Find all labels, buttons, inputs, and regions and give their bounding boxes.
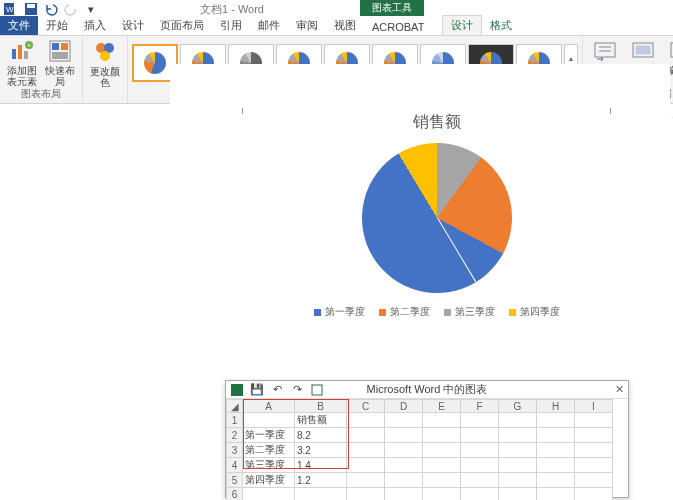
cell-a4[interactable]: 第三季度 <box>243 458 295 473</box>
tab-references[interactable]: 引用 <box>212 16 250 35</box>
svg-rect-16 <box>595 43 615 57</box>
group-change-colors: 更改颜色 <box>83 36 128 103</box>
svg-rect-6 <box>24 51 28 59</box>
row-header-6[interactable]: 6 <box>227 488 243 501</box>
row-header-3[interactable]: 3 <box>227 443 243 458</box>
datasheet-titlebar: 💾 ↶ ↷ Microsoft Word 中的图表 ✕ <box>226 381 628 399</box>
close-icon[interactable]: ✕ <box>615 383 624 396</box>
svg-rect-11 <box>61 43 68 50</box>
svg-text:W: W <box>6 5 14 14</box>
group-layout-label: 图表布局 <box>21 87 61 101</box>
legend-item-1[interactable]: 第一季度 <box>314 305 365 319</box>
svg-rect-21 <box>312 385 322 395</box>
svg-point-15 <box>100 51 110 61</box>
legend-item-3[interactable]: 第三季度 <box>444 305 495 319</box>
cell-b2[interactable]: 8.2 <box>295 428 347 443</box>
ds-redo-icon[interactable]: ↷ <box>288 382 306 398</box>
cell-a5[interactable]: 第四季度 <box>243 473 295 488</box>
tab-home[interactable]: 开始 <box>38 16 76 35</box>
ds-save-icon[interactable]: 💾 <box>248 382 266 398</box>
legend-item-4[interactable]: 第四季度 <box>509 305 560 319</box>
tab-design[interactable]: 设计 <box>114 16 152 35</box>
col-header-h[interactable]: H <box>537 400 575 413</box>
row-header-2[interactable]: 2 <box>227 428 243 443</box>
add-chart-element-button[interactable]: + 添加图表元素 <box>4 39 40 87</box>
row-header-4[interactable]: 4 <box>227 458 243 473</box>
chart-legend[interactable]: 第一季度 第二季度 第三季度 第四季度 <box>242 305 632 319</box>
svg-rect-20 <box>231 384 243 396</box>
select-data-icon <box>631 39 655 63</box>
tab-file[interactable]: 文件 <box>0 16 38 35</box>
col-header-a[interactable]: A <box>243 400 295 413</box>
svg-rect-10 <box>52 43 59 50</box>
col-header-b[interactable]: B <box>295 400 347 413</box>
tab-insert[interactable]: 插入 <box>76 16 114 35</box>
pie-chart[interactable] <box>334 115 540 321</box>
corner-cell[interactable]: ◢ <box>227 400 243 413</box>
svg-rect-4 <box>12 49 16 59</box>
quick-access-toolbar: W ▾ <box>0 1 100 17</box>
tab-mailings[interactable]: 邮件 <box>250 16 288 35</box>
tab-view[interactable]: 视图 <box>326 16 364 35</box>
chart-datasheet-window: 💾 ↶ ↷ Microsoft Word 中的图表 ✕ ◢ A B C D E … <box>225 380 629 498</box>
col-header-f[interactable]: F <box>461 400 499 413</box>
ds-expand-icon[interactable] <box>308 382 326 398</box>
legend-item-2[interactable]: 第二季度 <box>379 305 430 319</box>
document-title: 文档1 - Word <box>200 2 264 17</box>
cell-b5[interactable]: 1.2 <box>295 473 347 488</box>
data-table[interactable]: ◢ A B C D E F G H I 1销售额 2第一季度8.2 3第二季度3… <box>226 399 613 500</box>
add-element-label: 添加图表元素 <box>4 65 40 87</box>
col-header-g[interactable]: G <box>499 400 537 413</box>
add-element-icon: + <box>10 39 34 63</box>
svg-rect-5 <box>18 45 22 59</box>
row-header-5[interactable]: 5 <box>227 473 243 488</box>
svg-rect-18 <box>636 46 650 54</box>
row-header-1[interactable]: 1 <box>227 413 243 428</box>
datasheet-grid[interactable]: ◢ A B C D E F G H I 1销售额 2第一季度8.2 3第二季度3… <box>226 399 628 500</box>
ds-undo-icon[interactable]: ↶ <box>268 382 286 398</box>
quick-layout-label: 快速布局 <box>42 65 78 87</box>
group-chart-layout: + 添加图表元素 快速布局 图表布局 <box>0 36 83 103</box>
tab-chart-format[interactable]: 格式 <box>482 16 520 35</box>
redo-icon[interactable] <box>62 1 80 17</box>
undo-icon[interactable] <box>42 1 60 17</box>
col-header-c[interactable]: C <box>347 400 385 413</box>
chart-object[interactable]: 销售额 第一季度 第二季度 第三季度 第四季度 <box>242 112 632 382</box>
col-header-i[interactable]: I <box>575 400 613 413</box>
datasheet-title: Microsoft Word 中的图表 <box>367 382 488 397</box>
col-header-e[interactable]: E <box>423 400 461 413</box>
chart-title[interactable]: 销售额 <box>242 112 632 133</box>
cell-b3[interactable]: 3.2 <box>295 443 347 458</box>
tab-layout[interactable]: 页面布局 <box>152 16 212 35</box>
quick-layout-icon <box>48 39 72 63</box>
save-icon[interactable] <box>22 1 40 17</box>
tab-review[interactable]: 审阅 <box>288 16 326 35</box>
ds-app-icon[interactable] <box>228 382 246 398</box>
cell-b1[interactable]: 销售额 <box>295 413 347 428</box>
cell-a3[interactable]: 第二季度 <box>243 443 295 458</box>
ribbon-tabs: 文件 开始 插入 设计 页面布局 引用 邮件 审阅 视图 ACROBAT 设计 … <box>0 18 673 36</box>
col-header-d[interactable]: D <box>385 400 423 413</box>
contextual-tab-label: 图表工具 <box>360 0 424 16</box>
switch-rowcol-icon <box>593 39 617 63</box>
edit-data-icon <box>669 39 673 63</box>
cell-a1[interactable] <box>243 413 295 428</box>
change-colors-button[interactable]: 更改颜色 <box>87 40 123 88</box>
change-colors-icon <box>93 40 117 64</box>
svg-text:+: + <box>27 42 31 49</box>
tab-acrobat[interactable]: ACROBAT <box>364 19 432 35</box>
cell-a2[interactable]: 第一季度 <box>243 428 295 443</box>
change-colors-label: 更改颜色 <box>87 66 123 88</box>
tab-chart-design[interactable]: 设计 <box>442 15 482 35</box>
quick-layout-button[interactable]: 快速布局 <box>42 39 78 87</box>
cell-b4[interactable]: 1.4 <box>295 458 347 473</box>
qat-customize-icon[interactable]: ▾ <box>82 1 100 17</box>
svg-rect-3 <box>27 4 35 8</box>
word-app-icon[interactable]: W <box>2 1 20 17</box>
svg-rect-12 <box>52 52 68 59</box>
